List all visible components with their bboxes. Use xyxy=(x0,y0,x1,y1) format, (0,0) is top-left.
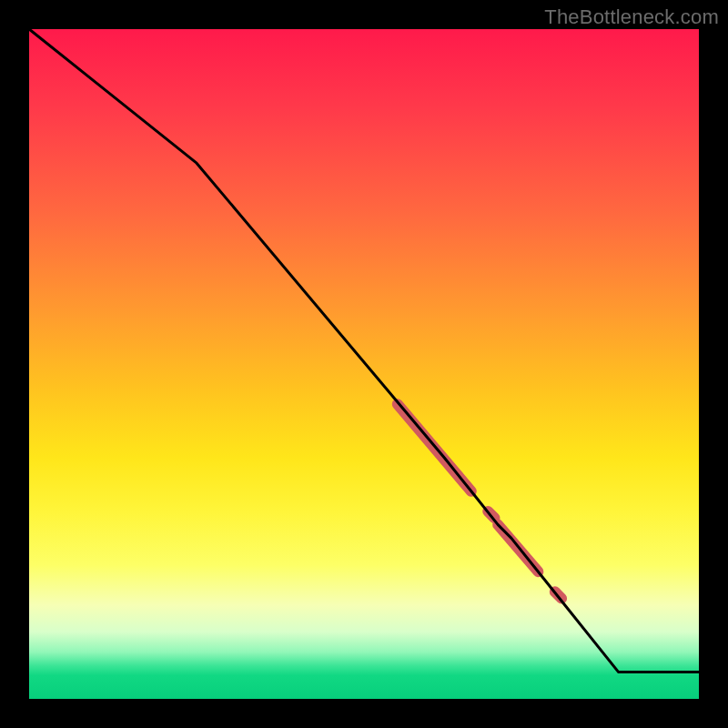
main-curve xyxy=(29,29,699,672)
watermark-text: TheBottleneck.com xyxy=(544,5,719,29)
chart-svg xyxy=(29,29,699,699)
chart-frame: TheBottleneck.com xyxy=(0,0,728,728)
